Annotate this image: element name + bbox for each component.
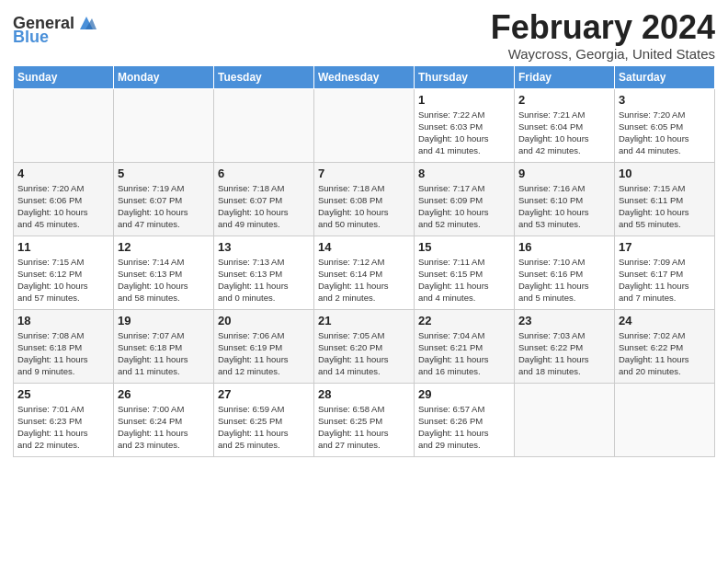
header-cell-thursday: Thursday bbox=[415, 65, 515, 88]
header: General Blue February 2024 Waycross, Geo… bbox=[13, 9, 715, 62]
day-cell: 28Sunrise: 6:58 AM Sunset: 6:25 PM Dayli… bbox=[314, 383, 415, 456]
day-number: 3 bbox=[619, 93, 711, 107]
day-number: 2 bbox=[518, 93, 610, 107]
day-cell: 2Sunrise: 7:21 AM Sunset: 6:04 PM Daylig… bbox=[515, 88, 615, 162]
day-number: 10 bbox=[619, 167, 711, 180]
day-info: Sunrise: 7:18 AM Sunset: 6:08 PM Dayligh… bbox=[318, 182, 410, 231]
calendar-header: SundayMondayTuesdayWednesdayThursdayFrid… bbox=[14, 65, 715, 88]
day-cell: 6Sunrise: 7:18 AM Sunset: 6:07 PM Daylig… bbox=[214, 162, 314, 236]
day-cell: 14Sunrise: 7:12 AM Sunset: 6:14 PM Dayli… bbox=[314, 236, 415, 309]
day-info: Sunrise: 7:22 AM Sunset: 6:03 PM Dayligh… bbox=[418, 109, 510, 157]
day-number: 21 bbox=[318, 314, 410, 327]
day-info: Sunrise: 7:20 AM Sunset: 6:05 PM Dayligh… bbox=[619, 109, 711, 157]
day-number: 15 bbox=[418, 240, 510, 254]
logo-icon bbox=[76, 13, 97, 33]
day-number: 24 bbox=[619, 314, 711, 327]
week-row-3: 11Sunrise: 7:15 AM Sunset: 6:12 PM Dayli… bbox=[14, 236, 715, 309]
day-cell: 21Sunrise: 7:05 AM Sunset: 6:20 PM Dayli… bbox=[314, 309, 415, 383]
day-info: Sunrise: 7:03 AM Sunset: 6:22 PM Dayligh… bbox=[518, 329, 610, 378]
day-number: 8 bbox=[418, 167, 510, 180]
day-info: Sunrise: 7:19 AM Sunset: 6:07 PM Dayligh… bbox=[118, 182, 210, 231]
day-number: 23 bbox=[518, 314, 610, 327]
day-cell: 1Sunrise: 7:22 AM Sunset: 6:03 PM Daylig… bbox=[415, 88, 515, 162]
day-info: Sunrise: 7:12 AM Sunset: 6:14 PM Dayligh… bbox=[318, 256, 410, 304]
day-cell: 11Sunrise: 7:15 AM Sunset: 6:12 PM Dayli… bbox=[14, 236, 114, 309]
header-row: SundayMondayTuesdayWednesdayThursdayFrid… bbox=[14, 65, 715, 88]
day-number: 27 bbox=[218, 387, 310, 401]
calendar-body: 1Sunrise: 7:22 AM Sunset: 6:03 PM Daylig… bbox=[14, 88, 715, 456]
day-number: 17 bbox=[619, 240, 711, 254]
week-row-5: 25Sunrise: 7:01 AM Sunset: 6:23 PM Dayli… bbox=[14, 383, 715, 456]
day-cell: 17Sunrise: 7:09 AM Sunset: 6:17 PM Dayli… bbox=[615, 236, 715, 309]
week-row-1: 1Sunrise: 7:22 AM Sunset: 6:03 PM Daylig… bbox=[14, 88, 715, 162]
day-info: Sunrise: 7:18 AM Sunset: 6:07 PM Dayligh… bbox=[218, 182, 310, 231]
day-cell: 29Sunrise: 6:57 AM Sunset: 6:26 PM Dayli… bbox=[415, 383, 515, 456]
logo: General Blue bbox=[13, 13, 97, 47]
day-info: Sunrise: 6:59 AM Sunset: 6:25 PM Dayligh… bbox=[218, 403, 310, 452]
header-cell-wednesday: Wednesday bbox=[314, 65, 415, 88]
day-info: Sunrise: 7:10 AM Sunset: 6:16 PM Dayligh… bbox=[518, 256, 610, 304]
day-info: Sunrise: 7:05 AM Sunset: 6:20 PM Dayligh… bbox=[318, 329, 410, 378]
logo-blue: Blue bbox=[13, 28, 49, 47]
day-info: Sunrise: 6:58 AM Sunset: 6:25 PM Dayligh… bbox=[318, 403, 410, 452]
day-info: Sunrise: 7:20 AM Sunset: 6:06 PM Dayligh… bbox=[17, 182, 109, 231]
day-cell: 8Sunrise: 7:17 AM Sunset: 6:09 PM Daylig… bbox=[415, 162, 515, 236]
day-cell: 10Sunrise: 7:15 AM Sunset: 6:11 PM Dayli… bbox=[615, 162, 715, 236]
day-info: Sunrise: 7:15 AM Sunset: 6:11 PM Dayligh… bbox=[619, 182, 711, 231]
day-cell: 23Sunrise: 7:03 AM Sunset: 6:22 PM Dayli… bbox=[515, 309, 615, 383]
day-number: 12 bbox=[118, 240, 210, 254]
day-number: 14 bbox=[318, 240, 410, 254]
day-cell: 18Sunrise: 7:08 AM Sunset: 6:18 PM Dayli… bbox=[14, 309, 114, 383]
day-info: Sunrise: 7:21 AM Sunset: 6:04 PM Dayligh… bbox=[518, 109, 610, 157]
day-info: Sunrise: 7:04 AM Sunset: 6:21 PM Dayligh… bbox=[418, 329, 510, 378]
day-info: Sunrise: 6:57 AM Sunset: 6:26 PM Dayligh… bbox=[418, 403, 510, 452]
day-number: 13 bbox=[218, 240, 310, 254]
day-number: 28 bbox=[318, 387, 410, 401]
location-subtitle: Waycross, Georgia, United States bbox=[491, 46, 715, 62]
day-number: 25 bbox=[17, 387, 109, 401]
day-cell: 25Sunrise: 7:01 AM Sunset: 6:23 PM Dayli… bbox=[14, 383, 114, 456]
day-cell: 20Sunrise: 7:06 AM Sunset: 6:19 PM Dayli… bbox=[214, 309, 314, 383]
day-cell: 12Sunrise: 7:14 AM Sunset: 6:13 PM Dayli… bbox=[114, 236, 214, 309]
day-info: Sunrise: 7:00 AM Sunset: 6:24 PM Dayligh… bbox=[118, 403, 210, 452]
day-number: 4 bbox=[17, 167, 109, 180]
week-row-2: 4Sunrise: 7:20 AM Sunset: 6:06 PM Daylig… bbox=[14, 162, 715, 236]
day-info: Sunrise: 7:13 AM Sunset: 6:13 PM Dayligh… bbox=[218, 256, 310, 304]
header-cell-sunday: Sunday bbox=[14, 65, 114, 88]
day-cell: 7Sunrise: 7:18 AM Sunset: 6:08 PM Daylig… bbox=[314, 162, 415, 236]
day-cell bbox=[214, 88, 314, 162]
day-cell: 3Sunrise: 7:20 AM Sunset: 6:05 PM Daylig… bbox=[615, 88, 715, 162]
day-cell: 22Sunrise: 7:04 AM Sunset: 6:21 PM Dayli… bbox=[415, 309, 515, 383]
day-info: Sunrise: 7:06 AM Sunset: 6:19 PM Dayligh… bbox=[218, 329, 310, 378]
day-number: 11 bbox=[17, 240, 109, 254]
day-number: 7 bbox=[318, 167, 410, 180]
header-cell-saturday: Saturday bbox=[615, 65, 715, 88]
day-number: 1 bbox=[418, 93, 510, 107]
day-number: 18 bbox=[17, 314, 109, 327]
day-number: 9 bbox=[518, 167, 610, 180]
day-cell: 26Sunrise: 7:00 AM Sunset: 6:24 PM Dayli… bbox=[114, 383, 214, 456]
day-cell: 16Sunrise: 7:10 AM Sunset: 6:16 PM Dayli… bbox=[515, 236, 615, 309]
day-info: Sunrise: 7:16 AM Sunset: 6:10 PM Dayligh… bbox=[518, 182, 610, 231]
day-cell: 27Sunrise: 6:59 AM Sunset: 6:25 PM Dayli… bbox=[214, 383, 314, 456]
day-cell: 5Sunrise: 7:19 AM Sunset: 6:07 PM Daylig… bbox=[114, 162, 214, 236]
day-info: Sunrise: 7:07 AM Sunset: 6:18 PM Dayligh… bbox=[118, 329, 210, 378]
day-cell bbox=[515, 383, 615, 456]
day-cell: 15Sunrise: 7:11 AM Sunset: 6:15 PM Dayli… bbox=[415, 236, 515, 309]
page-container: General Blue February 2024 Waycross, Geo… bbox=[0, 0, 728, 463]
calendar-table: SundayMondayTuesdayWednesdayThursdayFrid… bbox=[13, 65, 715, 457]
day-cell: 9Sunrise: 7:16 AM Sunset: 6:10 PM Daylig… bbox=[515, 162, 615, 236]
day-number: 5 bbox=[118, 167, 210, 180]
day-info: Sunrise: 7:02 AM Sunset: 6:22 PM Dayligh… bbox=[619, 329, 711, 378]
header-cell-friday: Friday bbox=[515, 65, 615, 88]
day-number: 29 bbox=[418, 387, 510, 401]
day-info: Sunrise: 7:01 AM Sunset: 6:23 PM Dayligh… bbox=[17, 403, 109, 452]
day-info: Sunrise: 7:17 AM Sunset: 6:09 PM Dayligh… bbox=[418, 182, 510, 231]
week-row-4: 18Sunrise: 7:08 AM Sunset: 6:18 PM Dayli… bbox=[14, 309, 715, 383]
day-number: 6 bbox=[218, 167, 310, 180]
day-number: 22 bbox=[418, 314, 510, 327]
day-info: Sunrise: 7:14 AM Sunset: 6:13 PM Dayligh… bbox=[118, 256, 210, 304]
day-cell bbox=[615, 383, 715, 456]
month-title: February 2024 bbox=[491, 9, 715, 46]
day-info: Sunrise: 7:11 AM Sunset: 6:15 PM Dayligh… bbox=[418, 256, 510, 304]
